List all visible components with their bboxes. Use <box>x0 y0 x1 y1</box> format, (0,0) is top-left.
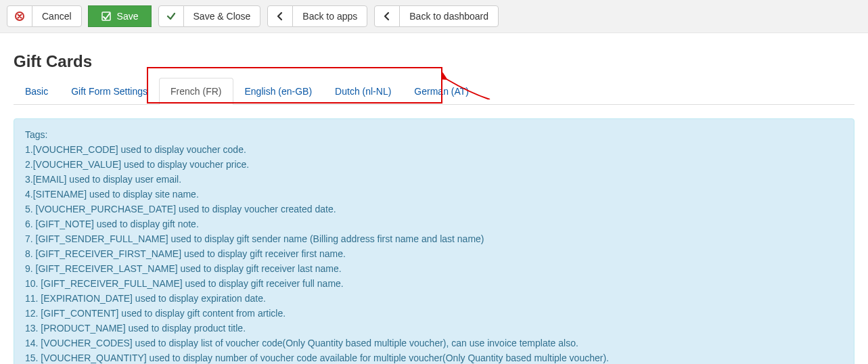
save-button[interactable]: Save <box>88 5 152 27</box>
content: Gift Cards Basic Gift Form Settings Fren… <box>0 33 868 364</box>
chevron-left-icon <box>382 11 392 22</box>
back-apps-group: Back to apps <box>267 5 367 27</box>
info-panel: Tags: 1.[VOUCHER_CODE] used to display v… <box>14 118 854 364</box>
save-label: Save <box>117 10 139 22</box>
tabs: Basic Gift Form Settings French (FR) Eng… <box>14 78 854 105</box>
tab-basic[interactable]: Basic <box>14 78 60 105</box>
check-icon <box>166 11 177 22</box>
close-circle-icon <box>14 11 25 22</box>
save-group: Save <box>89 5 152 27</box>
info-line: 5. [VOUCHER_PURCHASE_DATE] used to displ… <box>25 203 843 215</box>
tab-german[interactable]: German (AT) <box>403 78 480 105</box>
save-close-group: Save & Close <box>158 5 261 27</box>
info-line: 1.[VOUCHER_CODE] used to display voucher… <box>25 143 843 156</box>
info-line: 4.[SITENAME] used to display site name. <box>25 188 843 200</box>
info-line: 11. [EXPIRATION_DATE] used to display ex… <box>25 292 843 304</box>
info-heading: Tags: <box>25 129 843 141</box>
cancel-group: Cancel <box>7 5 82 27</box>
tab-dutch[interactable]: Dutch (nl-NL) <box>323 78 403 105</box>
info-line: 15. [VOUCHER_QUANTITY] used to display n… <box>25 352 843 364</box>
info-line: 7. [GIFT_SENDER_FULL_NAME] used to displ… <box>25 233 843 245</box>
info-line: 13. [PRODUCT_NAME] used to display produ… <box>25 322 843 334</box>
cancel-icon-button[interactable] <box>7 5 32 27</box>
tab-gift-form-settings[interactable]: Gift Form Settings <box>60 78 159 105</box>
save-icon <box>101 11 112 22</box>
back-dashboard-button[interactable]: Back to dashboard <box>399 5 499 27</box>
info-line: 9. [GIFT_RECEIVER_LAST_NAME] used to dis… <box>25 263 843 275</box>
info-line: 12. [GIFT_CONTENT] used to display gift … <box>25 307 843 319</box>
chevron-left-icon <box>275 11 285 22</box>
toolbar: Cancel Save Save & Close Back to apps <box>0 0 868 33</box>
cancel-button[interactable]: Cancel <box>32 5 82 27</box>
tab-english[interactable]: English (en-GB) <box>233 78 324 105</box>
info-line: 8. [GIFT_RECEIVER_FIRST_NAME] used to di… <box>25 248 843 260</box>
back-dashboard-icon-button[interactable] <box>374 5 400 27</box>
info-line: 6. [GIFT_NOTE] used to display gift note… <box>25 218 843 230</box>
save-close-button[interactable]: Save & Close <box>183 5 261 27</box>
back-dashboard-group: Back to dashboard <box>374 5 499 27</box>
info-line: 3.[EMAIL] used to display user email. <box>25 173 843 185</box>
back-apps-icon-button[interactable] <box>267 5 293 27</box>
save-close-icon-button[interactable] <box>158 5 184 27</box>
tab-french[interactable]: French (FR) <box>159 78 233 105</box>
info-line: 10. [GIFT_RECEIVER_FULL_NAME] used to di… <box>25 277 843 290</box>
back-apps-button[interactable]: Back to apps <box>292 5 367 27</box>
info-line: 2.[VOUCHER_VALUE] used to display vouche… <box>25 158 843 170</box>
info-line: 14. [VOUCHER_CODES] used to display list… <box>25 337 843 349</box>
page-title: Gift Cards <box>14 52 854 71</box>
